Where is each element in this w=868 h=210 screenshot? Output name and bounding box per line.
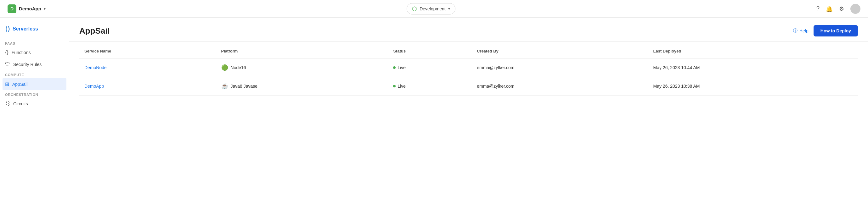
col-created-by: Created By (472, 44, 648, 58)
table-header-row: Service Name Platform Status Created By … (79, 44, 858, 58)
help-circle-icon: ⓘ (793, 28, 798, 34)
last-deployed: May 26, 2023 10:38 AM (648, 77, 858, 96)
last-deployed: May 26, 2023 10:44 AM (648, 58, 858, 77)
main-layout: ⟨⟩ Serverless FAAS {} Functions 🛡 Securi… (0, 18, 868, 210)
brand-name: Serverless (12, 26, 38, 32)
help-icon[interactable]: ? (816, 5, 819, 12)
sidebar-item-functions[interactable]: {} Functions (0, 46, 69, 59)
col-platform: Platform (216, 44, 389, 58)
header-actions: ⓘ Help How to Deploy (793, 25, 858, 36)
chevron-down-icon: ▾ (44, 7, 45, 11)
sidebar-item-circuits[interactable]: ⛓ Circuits (0, 98, 69, 110)
node-icon: 🟢 (221, 64, 228, 71)
environment-selector[interactable]: ⬡ Development ▾ (407, 3, 456, 14)
status-dot (393, 85, 396, 88)
appsail-icon: ⊞ (5, 81, 9, 87)
env-selector-wrapper: ⬡ Development ▾ (407, 3, 456, 14)
platform-label: Node16 (231, 65, 246, 70)
bell-icon[interactable]: 🔔 (826, 5, 833, 12)
how-to-deploy-button[interactable]: How to Deploy (813, 25, 858, 36)
env-label: Development (420, 6, 446, 11)
functions-icon: {} (5, 50, 8, 55)
content-area: AppSail ⓘ Help How to Deploy Service Nam… (69, 18, 868, 210)
brand-icon: ⟨⟩ (5, 25, 10, 33)
service-name-link[interactable]: DemoNode (84, 65, 107, 70)
platform-label: Java8 Javase (231, 83, 258, 89)
service-name-link[interactable]: DemoApp (84, 83, 104, 89)
col-status: Status (388, 44, 472, 58)
section-label-orchestration: ORCHESTRATION (0, 90, 69, 98)
circuits-icon: ⛓ (5, 101, 10, 107)
sidebar-brand: ⟨⟩ Serverless (0, 23, 69, 39)
col-service-name: Service Name (79, 44, 216, 58)
services-table: Service Name Platform Status Created By … (79, 44, 858, 96)
sidebar-item-security-rules[interactable]: 🛡 Security Rules (0, 59, 69, 70)
env-icon: ⬡ (412, 5, 417, 12)
section-label-faas: FAAS (0, 39, 69, 46)
app-name: DemoApp (19, 6, 41, 11)
top-nav-actions: ? 🔔 ⚙ (816, 4, 861, 14)
env-chevron-icon: ▾ (448, 7, 450, 11)
sidebar-item-appsail[interactable]: ⊞ AppSail (2, 78, 66, 90)
settings-icon[interactable]: ⚙ (839, 5, 844, 12)
table-row: DemoApp☕Java8 JavaseLiveemma@zylker.comM… (79, 77, 858, 96)
sidebar-item-label: Functions (12, 50, 31, 55)
app-icon: D (7, 4, 17, 13)
table-row: DemoNode🟢Node16Liveemma@zylker.comMay 26… (79, 58, 858, 77)
sidebar: ⟨⟩ Serverless FAAS {} Functions 🛡 Securi… (0, 18, 69, 210)
table-container: Service Name Platform Status Created By … (69, 42, 868, 210)
avatar[interactable] (850, 4, 861, 14)
help-link[interactable]: ⓘ Help (793, 28, 808, 34)
top-nav: D DemoApp ▾ ⬡ Development ▾ ? 🔔 ⚙ (0, 0, 868, 18)
page-title: AppSail (79, 26, 110, 36)
shield-icon: 🛡 (5, 62, 10, 67)
java-icon: ☕ (221, 83, 228, 90)
help-label: Help (799, 28, 808, 33)
section-label-compute: COMPUTE (0, 70, 69, 78)
app-selector[interactable]: D DemoApp ▾ (7, 4, 45, 13)
sidebar-item-label: Security Rules (13, 62, 41, 67)
status-dot (393, 66, 396, 69)
content-header: AppSail ⓘ Help How to Deploy (69, 18, 868, 42)
status-text: Live (398, 83, 406, 89)
created-by: emma@zylker.com (472, 77, 648, 96)
col-last-deployed: Last Deployed (648, 44, 858, 58)
status-text: Live (398, 65, 406, 70)
sidebar-item-label: Circuits (13, 101, 28, 106)
created-by: emma@zylker.com (472, 58, 648, 77)
sidebar-item-label: AppSail (12, 82, 27, 87)
